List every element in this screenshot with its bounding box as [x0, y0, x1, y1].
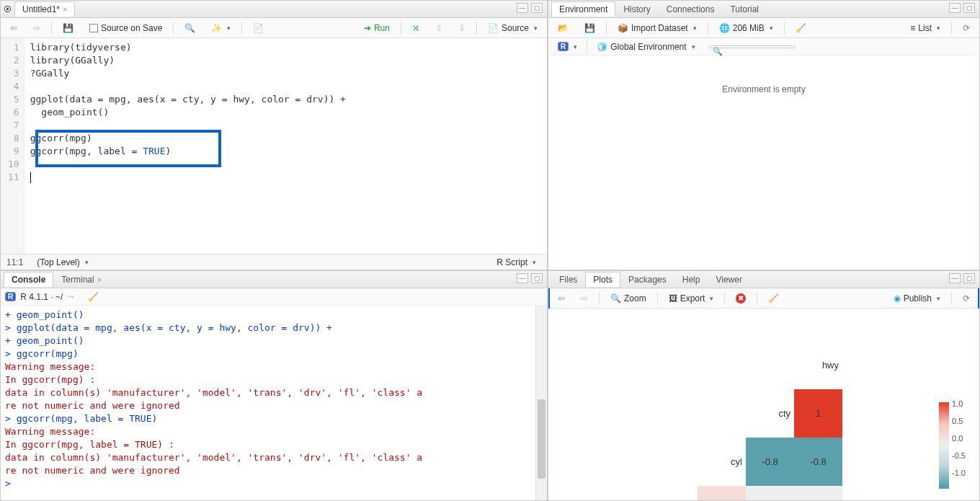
broom-icon — [88, 292, 99, 302]
plots-tabbar: FilesPlotsPackagesHelpViewer — ▢ — [548, 271, 979, 288]
source-icon — [488, 23, 499, 33]
save-env-button[interactable] — [579, 21, 600, 35]
corr-cell: 0 — [746, 486, 794, 501]
source-toolbar: Source on Save Run ⇧ ⇩ Source — [1, 18, 547, 38]
close-icon[interactable]: × — [97, 275, 102, 284]
document-icon — [253, 23, 264, 33]
arrow-right-icon — [581, 293, 588, 303]
corr-row-label: cty — [758, 408, 790, 419]
tab-connections[interactable]: Connections — [659, 1, 723, 17]
forward-button[interactable] — [28, 21, 45, 35]
close-icon[interactable]: × — [63, 5, 67, 14]
tab-history[interactable]: History — [615, 1, 658, 17]
broom-icon — [796, 23, 806, 33]
clear-console-button[interactable] — [83, 290, 104, 304]
tab-console[interactable]: Console — [4, 272, 53, 287]
console-tab-label: Console — [12, 275, 45, 285]
rerun-button[interactable] — [407, 21, 424, 35]
clear-plots-button[interactable] — [763, 291, 784, 306]
export-icon — [669, 293, 677, 303]
prev-plot-button[interactable] — [553, 291, 570, 306]
env-search-input[interactable] — [709, 45, 796, 48]
tab-files[interactable]: Files — [551, 272, 585, 287]
separator — [951, 22, 952, 35]
tab-terminal[interactable]: Terminal × — [53, 272, 110, 287]
save-button[interactable] — [58, 21, 79, 35]
import-icon — [618, 23, 628, 33]
arrow-right-icon — [33, 23, 40, 33]
source-tab[interactable]: Untitled1* × — [14, 1, 75, 17]
minimize-icon[interactable]: — — [949, 273, 961, 283]
plot-canvas: 1.00.50.0-0.5-1.0 hwyctycylyeardispl1-0.… — [548, 309, 979, 500]
nav-icon[interactable]: ⤳ — [67, 292, 74, 302]
corr-cell: -0.8 — [746, 438, 794, 486]
down-section-button[interactable]: ⇩ — [453, 21, 471, 35]
plot-legend: 1.00.50.0-0.5-1.0 — [936, 402, 972, 489]
zoom-icon — [610, 293, 621, 303]
view-mode-button[interactable]: List — [905, 21, 945, 35]
code-area[interactable]: library(tidyverse)library(GGally)?GGally… — [24, 38, 352, 254]
console-pane: Console Terminal × — ▢ R R 4.1.1 · ~/ ⤳ … — [0, 270, 548, 501]
memory-label: 206 MiB — [733, 23, 765, 33]
disk-icon — [63, 23, 74, 33]
legend-colorbar — [939, 402, 949, 489]
legend-ticks: 1.00.50.0-0.5-1.0 — [952, 399, 966, 477]
console-tabbar: Console Terminal × — ▢ — [1, 271, 547, 288]
minimize-icon[interactable]: — — [949, 3, 961, 13]
list-icon — [910, 23, 915, 33]
source-on-save-checkbox[interactable]: Source on Save — [84, 21, 167, 35]
console-header: R R 4.1.1 · ~/ ⤳ — [1, 288, 547, 306]
cursor-position: 11:1 — [6, 257, 23, 267]
source-on-save-label: Source on Save — [101, 23, 162, 33]
outline-button[interactable] — [248, 21, 269, 35]
global-env-button[interactable]: Global Environment — [592, 40, 700, 54]
tab-plots[interactable]: Plots — [585, 272, 620, 287]
minimize-icon[interactable]: — — [517, 273, 528, 283]
maximize-icon[interactable]: ▢ — [531, 273, 543, 283]
wand-button[interactable] — [206, 21, 236, 35]
clear-env-button[interactable] — [790, 21, 811, 35]
legend-tick: 0.5 — [952, 417, 966, 425]
back-button[interactable] — [5, 21, 22, 35]
lang-selector[interactable]: R Script — [491, 255, 541, 270]
export-button[interactable]: Export — [664, 291, 719, 306]
maximize-icon[interactable]: ▢ — [963, 3, 975, 13]
import-label: Import Dataset — [631, 23, 688, 33]
maximize-icon[interactable]: ▢ — [963, 273, 975, 283]
source-button[interactable]: Source — [483, 21, 543, 35]
tab-environment[interactable]: Environment — [551, 1, 615, 17]
up-section-button[interactable]: ⇧ — [430, 21, 447, 35]
run-button[interactable]: Run — [359, 21, 395, 35]
open-button[interactable] — [553, 21, 574, 35]
lang-label: R Script — [496, 257, 527, 267]
refresh-plot-button[interactable] — [958, 291, 975, 306]
memory-indicator[interactable]: 206 MiB — [714, 21, 778, 35]
delete-plot-button[interactable] — [731, 291, 751, 306]
tab-help[interactable]: Help — [674, 272, 708, 287]
publish-button[interactable]: Publish — [888, 291, 945, 306]
console-body[interactable]: + geom_point()> ggplot(data = mpg, aes(x… — [1, 306, 547, 500]
open-icon — [558, 23, 569, 33]
refresh-env-button[interactable] — [958, 21, 975, 35]
corr-cell: 0 — [794, 486, 842, 501]
minimize-icon[interactable]: — — [517, 3, 528, 13]
import-dataset-button[interactable]: Import Dataset — [612, 21, 702, 35]
tab-viewer[interactable]: Viewer — [708, 272, 749, 287]
source-editor[interactable]: 1234567891011 library(tidyverse)library(… — [1, 38, 547, 254]
corr-row-label: cyl — [710, 456, 742, 467]
scrollbar[interactable] — [535, 306, 547, 500]
scope-selector[interactable]: (Top Level) — [32, 255, 93, 270]
r-scope-button[interactable]: R R — [553, 40, 582, 53]
tab-packages[interactable]: Packages — [620, 272, 674, 287]
publish-label: Publish — [904, 293, 932, 303]
next-plot-button[interactable] — [576, 291, 593, 306]
find-button[interactable] — [179, 21, 200, 35]
maximize-icon[interactable]: ▢ — [531, 3, 543, 13]
zoom-button[interactable]: Zoom — [605, 291, 651, 306]
scrollthumb[interactable] — [538, 399, 545, 479]
tab-tutorial[interactable]: Tutorial — [722, 1, 767, 17]
source-pane: ⦿ Untitled1* × — ▢ Source on Save Run ⇧ … — [0, 0, 548, 270]
separator — [606, 22, 607, 35]
plots-pane: FilesPlotsPackagesHelpViewer — ▢ Zoom Ex… — [548, 270, 980, 501]
run-label: Run — [374, 23, 390, 33]
